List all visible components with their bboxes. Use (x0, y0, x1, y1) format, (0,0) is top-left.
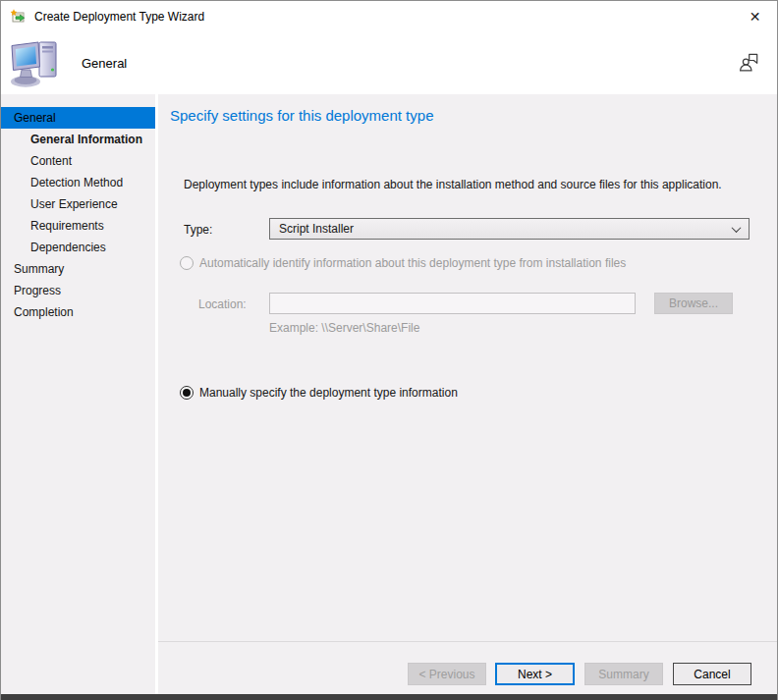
sidebar-item-progress[interactable]: Progress (1, 280, 155, 301)
sidebar-item-detection-method[interactable]: Detection Method (1, 172, 155, 193)
window-title: Create Deployment Type Wizard (34, 10, 204, 24)
type-label: Type: (184, 223, 212, 237)
next-button[interactable]: Next > (495, 663, 575, 685)
sidebar-item-requirements[interactable]: Requirements (1, 215, 155, 237)
window-bottom-edge (1, 694, 777, 700)
auto-identify-radio[interactable]: Automatically identify information about… (180, 256, 626, 270)
radio-button-icon (180, 256, 194, 270)
sidebar-item-user-experience[interactable]: User Experience (1, 193, 155, 215)
cancel-button[interactable]: Cancel (673, 663, 751, 685)
page-title: Specify settings for this deployment typ… (170, 107, 433, 124)
auto-identify-radio-label: Automatically identify information about… (199, 256, 626, 270)
wizard-header: General (1, 31, 777, 94)
create-deployment-type-wizard-window: Create Deployment Type Wizard ✕ (0, 0, 778, 700)
location-label: Location: (198, 297, 247, 311)
type-dropdown-value: Script Installer (279, 222, 733, 236)
location-example-text: Example: \\Server\Share\File (269, 321, 419, 335)
sidebar-item-completion[interactable]: Completion (1, 301, 155, 323)
close-button[interactable]: ✕ (733, 1, 777, 31)
footer-separator (158, 641, 777, 642)
wizard-step-list: General General Information Content Dete… (1, 94, 158, 694)
wizard-page-content: Specify settings for this deployment typ… (158, 94, 777, 694)
computer-icon (9, 39, 64, 88)
manual-specify-radio-label: Manually specify the deployment type inf… (199, 386, 458, 400)
sidebar-item-summary[interactable]: Summary (1, 258, 155, 280)
radio-button-selected-icon (180, 386, 194, 400)
previous-button[interactable]: < Previous (408, 663, 486, 685)
sidebar-item-content[interactable]: Content (1, 150, 155, 172)
chevron-down-icon (732, 223, 742, 233)
summary-button[interactable]: Summary (584, 663, 663, 685)
wizard-body: General General Information Content Dete… (1, 94, 777, 694)
browse-button[interactable]: Browse... (654, 293, 733, 314)
location-input[interactable] (269, 293, 636, 314)
close-icon: ✕ (750, 9, 761, 25)
sidebar-item-general-information[interactable]: General Information (1, 129, 155, 150)
manual-specify-radio[interactable]: Manually specify the deployment type inf… (180, 386, 458, 400)
feedback-icon[interactable] (737, 50, 760, 74)
sidebar-item-dependencies[interactable]: Dependencies (1, 237, 155, 258)
new-deployment-type-icon (10, 9, 27, 25)
page-group-title: General (82, 56, 127, 71)
page-description: Deployment types include information abo… (184, 178, 753, 191)
titlebar: Create Deployment Type Wizard ✕ (1, 1, 777, 31)
sidebar-item-general[interactable]: General (1, 107, 155, 129)
type-dropdown[interactable]: Script Installer (269, 218, 750, 240)
